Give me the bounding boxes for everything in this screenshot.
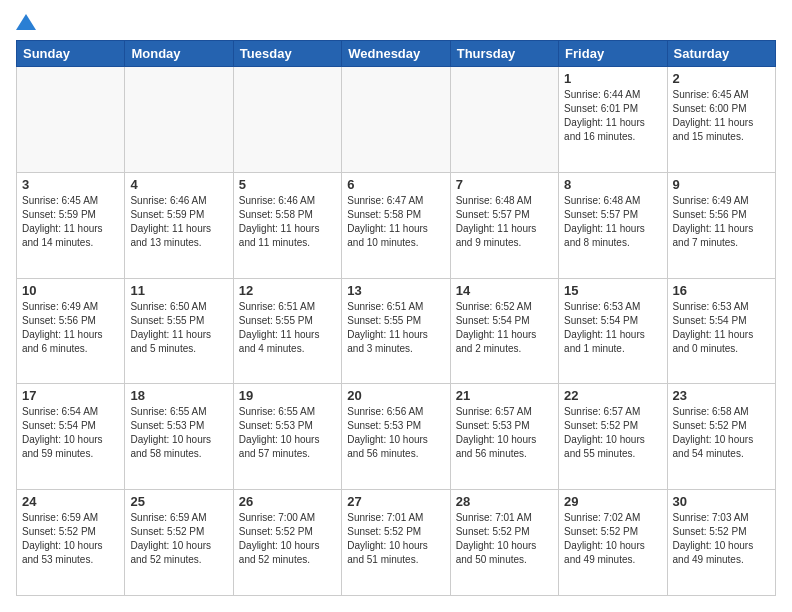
cell-info: Sunrise: 6:54 AMSunset: 5:54 PMDaylight:…: [22, 405, 119, 461]
calendar-cell: 20Sunrise: 6:56 AMSunset: 5:53 PMDayligh…: [342, 384, 450, 490]
day-number: 10: [22, 283, 119, 298]
calendar-cell: 9Sunrise: 6:49 AMSunset: 5:56 PMDaylight…: [667, 172, 775, 278]
cell-info: Sunrise: 7:02 AMSunset: 5:52 PMDaylight:…: [564, 511, 661, 567]
day-number: 15: [564, 283, 661, 298]
calendar-cell: 23Sunrise: 6:58 AMSunset: 5:52 PMDayligh…: [667, 384, 775, 490]
calendar-cell: 16Sunrise: 6:53 AMSunset: 5:54 PMDayligh…: [667, 278, 775, 384]
weekday-header-thursday: Thursday: [450, 41, 558, 67]
day-number: 21: [456, 388, 553, 403]
cell-info: Sunrise: 6:46 AMSunset: 5:58 PMDaylight:…: [239, 194, 336, 250]
day-number: 9: [673, 177, 770, 192]
cell-info: Sunrise: 7:01 AMSunset: 5:52 PMDaylight:…: [456, 511, 553, 567]
day-number: 18: [130, 388, 227, 403]
calendar-week-2: 3Sunrise: 6:45 AMSunset: 5:59 PMDaylight…: [17, 172, 776, 278]
calendar-cell: 8Sunrise: 6:48 AMSunset: 5:57 PMDaylight…: [559, 172, 667, 278]
calendar-week-1: 1Sunrise: 6:44 AMSunset: 6:01 PMDaylight…: [17, 67, 776, 173]
day-number: 2: [673, 71, 770, 86]
calendar-cell: 17Sunrise: 6:54 AMSunset: 5:54 PMDayligh…: [17, 384, 125, 490]
day-number: 25: [130, 494, 227, 509]
day-number: 13: [347, 283, 444, 298]
day-number: 5: [239, 177, 336, 192]
calendar-cell: 21Sunrise: 6:57 AMSunset: 5:53 PMDayligh…: [450, 384, 558, 490]
day-number: 24: [22, 494, 119, 509]
cell-info: Sunrise: 6:53 AMSunset: 5:54 PMDaylight:…: [673, 300, 770, 356]
calendar-week-3: 10Sunrise: 6:49 AMSunset: 5:56 PMDayligh…: [17, 278, 776, 384]
calendar-cell: 15Sunrise: 6:53 AMSunset: 5:54 PMDayligh…: [559, 278, 667, 384]
cell-info: Sunrise: 6:57 AMSunset: 5:52 PMDaylight:…: [564, 405, 661, 461]
calendar-cell: 22Sunrise: 6:57 AMSunset: 5:52 PMDayligh…: [559, 384, 667, 490]
day-number: 26: [239, 494, 336, 509]
cell-info: Sunrise: 6:59 AMSunset: 5:52 PMDaylight:…: [130, 511, 227, 567]
day-number: 27: [347, 494, 444, 509]
weekday-header-tuesday: Tuesday: [233, 41, 341, 67]
page: SundayMondayTuesdayWednesdayThursdayFrid…: [0, 0, 792, 612]
cell-info: Sunrise: 6:49 AMSunset: 5:56 PMDaylight:…: [22, 300, 119, 356]
cell-info: Sunrise: 6:50 AMSunset: 5:55 PMDaylight:…: [130, 300, 227, 356]
day-number: 11: [130, 283, 227, 298]
cell-info: Sunrise: 7:03 AMSunset: 5:52 PMDaylight:…: [673, 511, 770, 567]
calendar-cell: 19Sunrise: 6:55 AMSunset: 5:53 PMDayligh…: [233, 384, 341, 490]
day-number: 20: [347, 388, 444, 403]
cell-info: Sunrise: 6:53 AMSunset: 5:54 PMDaylight:…: [564, 300, 661, 356]
day-number: 6: [347, 177, 444, 192]
cell-info: Sunrise: 6:45 AMSunset: 5:59 PMDaylight:…: [22, 194, 119, 250]
weekday-header-friday: Friday: [559, 41, 667, 67]
calendar-cell: 18Sunrise: 6:55 AMSunset: 5:53 PMDayligh…: [125, 384, 233, 490]
calendar-cell: [342, 67, 450, 173]
calendar-week-4: 17Sunrise: 6:54 AMSunset: 5:54 PMDayligh…: [17, 384, 776, 490]
calendar-cell: 7Sunrise: 6:48 AMSunset: 5:57 PMDaylight…: [450, 172, 558, 278]
weekday-header-saturday: Saturday: [667, 41, 775, 67]
day-number: 12: [239, 283, 336, 298]
calendar-cell: 2Sunrise: 6:45 AMSunset: 6:00 PMDaylight…: [667, 67, 775, 173]
calendar-cell: 25Sunrise: 6:59 AMSunset: 5:52 PMDayligh…: [125, 490, 233, 596]
calendar-cell: 10Sunrise: 6:49 AMSunset: 5:56 PMDayligh…: [17, 278, 125, 384]
cell-info: Sunrise: 6:49 AMSunset: 5:56 PMDaylight:…: [673, 194, 770, 250]
calendar-cell: 28Sunrise: 7:01 AMSunset: 5:52 PMDayligh…: [450, 490, 558, 596]
cell-info: Sunrise: 6:51 AMSunset: 5:55 PMDaylight:…: [347, 300, 444, 356]
header-area: [16, 16, 776, 30]
cell-info: Sunrise: 6:48 AMSunset: 5:57 PMDaylight:…: [456, 194, 553, 250]
cell-info: Sunrise: 6:57 AMSunset: 5:53 PMDaylight:…: [456, 405, 553, 461]
calendar-cell: [17, 67, 125, 173]
calendar-cell: [233, 67, 341, 173]
calendar-cell: 5Sunrise: 6:46 AMSunset: 5:58 PMDaylight…: [233, 172, 341, 278]
day-number: 23: [673, 388, 770, 403]
calendar-table: SundayMondayTuesdayWednesdayThursdayFrid…: [16, 40, 776, 596]
day-number: 1: [564, 71, 661, 86]
cell-info: Sunrise: 6:52 AMSunset: 5:54 PMDaylight:…: [456, 300, 553, 356]
day-number: 8: [564, 177, 661, 192]
calendar-cell: 14Sunrise: 6:52 AMSunset: 5:54 PMDayligh…: [450, 278, 558, 384]
cell-info: Sunrise: 7:01 AMSunset: 5:52 PMDaylight:…: [347, 511, 444, 567]
calendar-cell: 6Sunrise: 6:47 AMSunset: 5:58 PMDaylight…: [342, 172, 450, 278]
day-number: 3: [22, 177, 119, 192]
day-number: 28: [456, 494, 553, 509]
calendar-cell: [125, 67, 233, 173]
calendar-cell: 13Sunrise: 6:51 AMSunset: 5:55 PMDayligh…: [342, 278, 450, 384]
cell-info: Sunrise: 6:55 AMSunset: 5:53 PMDaylight:…: [130, 405, 227, 461]
weekday-header-wednesday: Wednesday: [342, 41, 450, 67]
calendar-cell: 29Sunrise: 7:02 AMSunset: 5:52 PMDayligh…: [559, 490, 667, 596]
weekday-header-monday: Monday: [125, 41, 233, 67]
cell-info: Sunrise: 6:45 AMSunset: 6:00 PMDaylight:…: [673, 88, 770, 144]
calendar-cell: 24Sunrise: 6:59 AMSunset: 5:52 PMDayligh…: [17, 490, 125, 596]
day-number: 4: [130, 177, 227, 192]
cell-info: Sunrise: 6:48 AMSunset: 5:57 PMDaylight:…: [564, 194, 661, 250]
logo-triangle-icon: [16, 14, 36, 30]
logo: [16, 16, 40, 30]
day-number: 16: [673, 283, 770, 298]
day-number: 7: [456, 177, 553, 192]
day-number: 30: [673, 494, 770, 509]
day-number: 19: [239, 388, 336, 403]
cell-info: Sunrise: 6:59 AMSunset: 5:52 PMDaylight:…: [22, 511, 119, 567]
cell-info: Sunrise: 6:58 AMSunset: 5:52 PMDaylight:…: [673, 405, 770, 461]
day-number: 22: [564, 388, 661, 403]
day-number: 14: [456, 283, 553, 298]
cell-info: Sunrise: 6:56 AMSunset: 5:53 PMDaylight:…: [347, 405, 444, 461]
calendar-header-row: SundayMondayTuesdayWednesdayThursdayFrid…: [17, 41, 776, 67]
calendar-cell: [450, 67, 558, 173]
calendar-cell: 4Sunrise: 6:46 AMSunset: 5:59 PMDaylight…: [125, 172, 233, 278]
day-number: 17: [22, 388, 119, 403]
calendar-week-5: 24Sunrise: 6:59 AMSunset: 5:52 PMDayligh…: [17, 490, 776, 596]
cell-info: Sunrise: 6:51 AMSunset: 5:55 PMDaylight:…: [239, 300, 336, 356]
cell-info: Sunrise: 7:00 AMSunset: 5:52 PMDaylight:…: [239, 511, 336, 567]
